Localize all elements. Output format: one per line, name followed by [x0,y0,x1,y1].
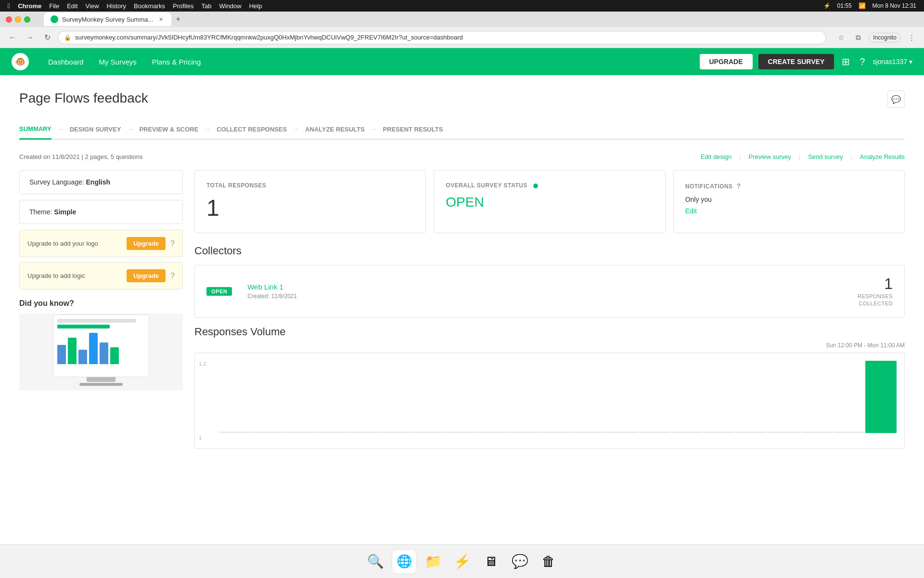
tab-summary[interactable]: SUMMARY [19,119,51,140]
menu-help[interactable]: Help [249,2,262,10]
create-survey-button[interactable]: CREATE SURVEY [758,54,834,69]
dyk-image [19,314,183,391]
upgrade-logic-button[interactable]: Upgrade [127,269,166,282]
volume-time-range: Sun 12:00 PM - Mon 11:00 AM [194,342,905,349]
dock-terminal[interactable]: 📁 [421,549,446,574]
apple-logo-icon[interactable]:  [8,2,10,10]
left-panel: Survey Language: English Theme: Simple U… [19,170,183,449]
sm-nav: Dashboard My Surveys Plans & Pricing [40,48,700,75]
collector-link[interactable]: Web Link 1 [247,283,297,291]
upgrade-logo-help-icon[interactable]: ? [170,239,175,248]
chart-bars [219,361,897,433]
theme-value: Simple [54,208,76,216]
upgrade-logic-help-icon[interactable]: ? [170,272,175,280]
meta-sep-2: | [739,153,741,160]
tab-analyze-results[interactable]: ANALYZE RESULTS [305,120,365,139]
notifications-help-icon[interactable]: ? [736,182,741,190]
meta-links: Edit design | Preview survey | Send surv… [701,153,905,160]
nav-my-surveys[interactable]: My Surveys [91,48,144,75]
tab-arrow-3: → [204,125,211,133]
sm-logo[interactable]: 🐵 [12,53,29,70]
dock-chat[interactable]: 💬 [507,549,532,574]
chart-bar [283,432,315,433]
minimize-button[interactable] [15,16,21,23]
chart-bar [575,432,606,433]
menu-bar:  Chrome File Edit View History Bookmark… [0,0,924,12]
address-bar[interactable]: 🔒 surveymonkey.com/summary/JVk5IDHcyfUm8… [58,31,826,44]
collector-count: 1 [858,275,893,293]
chart-bar [445,432,476,433]
reload-button[interactable]: ↻ [40,31,54,44]
user-menu[interactable]: sjonas1337 ▾ [873,58,912,66]
tab-arrow-4: → [293,125,299,133]
upgrade-logo-button[interactable]: Upgrade [127,237,166,250]
notifications-value: Only you [685,196,893,203]
browser-nav: ← → ↻ 🔒 surveymonkey.com/summary/JVk5IDH… [0,27,924,48]
menu-tab[interactable]: Tab [201,2,211,10]
chart-bar [251,432,282,433]
notifications-edit-link[interactable]: Edit [685,207,893,215]
notifications-card: NOTIFICATIONS ? Only you Edit [673,170,905,233]
meta-row: Created on 11/8/2021 | 2 pages, 5 questi… [19,153,905,160]
collector-count-label: RESPONSESCOLLECTED [858,293,893,308]
dock-chrome[interactable]: 🌐 [392,549,417,574]
dock-screen[interactable]: 🖥 [478,549,503,574]
nav-dashboard[interactable]: Dashboard [40,48,91,75]
dock-trash[interactable]: 🗑 [536,549,561,574]
active-tab[interactable]: SurveyMonkey Survey Summa... ✕ [44,13,171,26]
menu-history[interactable]: History [107,2,126,10]
dock-bolt[interactable]: ⚡ [449,549,475,574]
traffic-lights[interactable] [6,16,30,23]
sm-header-right: UPGRADE CREATE SURVEY ⊞ ? sjonas1337 ▾ [700,54,913,69]
menu-dots-icon[interactable]: ⋮ [905,31,918,44]
bookmark-icon[interactable]: ☆ [834,31,847,44]
menu-profiles[interactable]: Profiles [173,2,193,10]
edit-design-link[interactable]: Edit design [701,153,732,160]
tab-design-survey[interactable]: DESIGN SURVEY [70,120,121,139]
menu-window[interactable]: Window [219,2,241,10]
new-tab-button[interactable]: + [171,13,185,26]
menu-bookmarks[interactable]: Bookmarks [134,2,165,10]
collector-date: Created: 11/8/2021 [247,293,297,300]
chart-bar [348,432,380,433]
analyze-results-link[interactable]: Analyze Results [860,153,905,160]
forward-button[interactable]: → [23,31,37,44]
chart-bar [768,432,799,433]
maximize-button[interactable] [24,16,30,23]
upgrade-button[interactable]: UPGRADE [700,54,753,69]
close-button[interactable] [6,16,12,23]
tab-collect-responses[interactable]: COLLECT RESPONSES [217,120,287,139]
extensions-icon[interactable]: ⧉ [851,31,865,44]
chart-bar [510,432,541,433]
y-label-1: 1.2 [199,361,206,367]
dock-finder[interactable]: 🔍 [363,549,388,574]
comment-icon[interactable]: 💬 [887,91,905,108]
send-survey-link[interactable]: Send survey [808,153,843,160]
right-panel: TOTAL RESPONSES 1 OVERALL SURVEY STATUS … [194,170,905,449]
back-button[interactable]: ← [6,31,19,44]
chart-bar [316,432,347,433]
help-icon[interactable]: ? [860,56,865,67]
page-title: Page Flows feedback [19,91,148,106]
chart-bar [413,432,444,433]
tab-preview-score[interactable]: PREVIEW & SCORE [139,120,198,139]
menu-chrome[interactable]: Chrome [18,2,41,10]
menu-file[interactable]: File [49,2,59,10]
user-chevron-icon: ▾ [909,58,912,66]
menu-view[interactable]: View [86,2,99,10]
tab-area: SurveyMonkey Survey Summa... ✕ + [44,13,185,26]
overall-status-card: OVERALL SURVEY STATUS OPEN [434,170,665,233]
tab-close-button[interactable]: ✕ [157,15,165,23]
tab-present-results[interactable]: PRESENT RESULTS [383,120,443,139]
stats-row: TOTAL RESPONSES 1 OVERALL SURVEY STATUS … [194,170,905,233]
nav-plans-pricing[interactable]: Plans & Pricing [144,48,209,75]
menu-edit[interactable]: Edit [67,2,77,10]
battery-icon: ⚡ [823,2,831,9]
preview-survey-link[interactable]: Preview survey [749,153,791,160]
profile-button[interactable]: Incognito [869,33,901,42]
collector-status-badge: OPEN [206,287,232,296]
grid-icon[interactable]: ⊞ [842,56,850,67]
meta-sep-3: | [799,153,800,160]
chart-bar [607,432,638,433]
sm-logo-circle: 🐵 [12,53,29,70]
